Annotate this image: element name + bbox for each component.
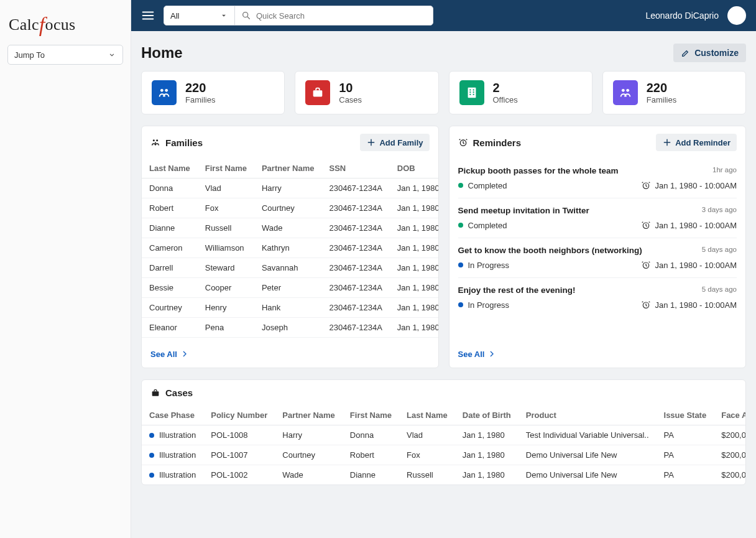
caret-down-icon — [219, 11, 228, 20]
cases-table-header: Case PhasePolicy NumberPartner NameFirst… — [142, 406, 745, 425]
offices-icon — [459, 80, 484, 105]
table-row[interactable]: DonnaVladHarry230467-1234AJan 1, 1980 — [142, 179, 438, 198]
reminder-title: Send meetup invitation in Twitter — [458, 206, 589, 215]
families-icon — [150, 137, 160, 147]
families-title: Families — [150, 137, 203, 148]
alarm-icon — [641, 300, 651, 310]
families-table-header: Last NameFirst NamePartner NameSSNDOB — [142, 159, 438, 179]
chevron-right-icon — [487, 349, 497, 359]
svg-point-15 — [155, 142, 156, 144]
page-header: Home Customize — [141, 44, 746, 62]
table-row[interactable]: BessieCooperPeter230467-1234AJan 1, 1980 — [142, 278, 438, 298]
alarm-icon — [458, 137, 468, 147]
cases-title: Cases — [150, 387, 193, 398]
filter-value: All — [170, 11, 179, 21]
stat-card[interactable]: 220 Families — [141, 71, 285, 114]
cases-table: Case PhasePolicy NumberPartner NameFirst… — [142, 406, 745, 485]
column-header: Last Name — [142, 159, 198, 179]
svg-point-11 — [622, 89, 625, 92]
table-row[interactable]: RobertFoxCourtney230467-1234AJan 1, 1980 — [142, 198, 438, 218]
svg-point-13 — [153, 139, 155, 141]
search-icon — [241, 11, 251, 21]
table-row[interactable]: CourtneyHenryHank230467-1234AJan 1, 1980 — [142, 298, 438, 318]
reminders-title: Reminders — [458, 137, 522, 148]
reminder-title: Enjoy the rest of the evening! — [458, 285, 576, 295]
families-icon — [152, 80, 177, 105]
stat-value: 2 — [493, 81, 518, 95]
alarm-icon — [641, 180, 651, 190]
table-row[interactable]: IllustrationPOL-1002WadeDianneRussellJan… — [142, 465, 745, 485]
families-icon — [613, 80, 638, 105]
column-header: First Name — [198, 159, 254, 179]
column-header: Face Amount — [714, 406, 745, 425]
plus-icon — [366, 137, 376, 147]
add-reminder-button[interactable]: Add Reminder — [656, 134, 737, 151]
reminder-due: Jan 1, 1980 - 10:00AM — [641, 180, 737, 190]
add-family-button[interactable]: Add Family — [360, 134, 429, 151]
column-header: Date of Birth — [455, 406, 519, 425]
reminder-item[interactable]: Send meetup invitation in Twitter 3 days… — [458, 198, 737, 238]
table-row[interactable]: DarrellStewardSavannah230467-1234AJan 1,… — [142, 258, 438, 278]
reminder-title: Get to know the booth neighbors (network… — [458, 246, 642, 255]
reminder-status: In Progress — [458, 300, 509, 310]
reminder-ago: 5 days ago — [702, 246, 737, 253]
page-content: Home Customize 220 Families 10 Cases 2 O… — [131, 31, 756, 538]
svg-rect-3 — [313, 90, 323, 96]
chevron-down-icon — [108, 50, 116, 59]
stat-label: Families — [185, 95, 215, 104]
reminder-status: In Progress — [458, 261, 509, 270]
svg-rect-5 — [469, 90, 471, 91]
stat-label: Offices — [493, 95, 518, 104]
families-table: Last NameFirst NamePartner NameSSNDOB Do… — [142, 159, 438, 343]
table-row[interactable]: IllustrationPOL-1007CourtneyRobertFoxJan… — [142, 445, 745, 465]
table-row[interactable]: TheresaWebbJeremiah230467-1234AJan 1, 19… — [142, 338, 438, 343]
column-header: First Name — [343, 406, 399, 425]
column-header: Policy Number — [203, 406, 275, 425]
brand-part3: ocus — [45, 16, 76, 34]
search-input[interactable] — [256, 11, 426, 21]
table-row[interactable]: EleanorPenaJoseph230467-1234AJan 1, 1980 — [142, 318, 438, 338]
svg-rect-9 — [469, 94, 471, 95]
svg-point-12 — [626, 89, 629, 92]
stat-value: 10 — [339, 81, 362, 95]
svg-point-2 — [165, 89, 168, 92]
brand-logo: Calcfocus — [7, 9, 123, 45]
search-box[interactable] — [234, 6, 433, 26]
main-area: All Leonardo DiCaprio Home Customize — [131, 0, 756, 538]
reminders-see-all[interactable]: See All — [449, 343, 746, 368]
reminder-item[interactable]: Pickup booth passes for the whole team 1… — [458, 159, 737, 198]
stat-cards-row: 220 Families 10 Cases 2 Offices 220 Fami… — [141, 71, 746, 114]
briefcase-icon — [150, 388, 160, 398]
svg-point-14 — [156, 139, 158, 141]
reminder-item[interactable]: Enjoy the rest of the evening! 5 days ag… — [458, 278, 737, 317]
table-row[interactable]: DianneRussellWade230467-1234AJan 1, 1980 — [142, 218, 438, 238]
stat-card[interactable]: 220 Families — [602, 71, 746, 114]
reminder-due: Jan 1, 1980 - 10:00AM — [641, 300, 737, 310]
stat-label: Cases — [339, 95, 362, 104]
jump-to-label: Jump To — [14, 50, 45, 60]
stat-card[interactable]: 10 Cases — [295, 71, 438, 114]
page-title: Home — [141, 44, 183, 62]
stat-label: Families — [647, 95, 676, 104]
table-row[interactable]: CameronWilliamsonKathryn230467-1234AJan … — [142, 238, 438, 258]
customize-button[interactable]: Customize — [673, 44, 746, 62]
sidebar: Calcfocus Jump To — [0, 0, 131, 538]
cases-panel: Cases Case PhasePolicy NumberPartner Nam… — [141, 379, 746, 485]
menu-icon[interactable] — [141, 9, 155, 22]
jump-to-select[interactable]: Jump To — [7, 45, 123, 65]
svg-point-1 — [160, 89, 164, 92]
column-header: Product — [519, 406, 657, 425]
avatar[interactable] — [727, 6, 746, 25]
filter-dropdown[interactable]: All — [164, 6, 235, 26]
reminder-ago: 3 days ago — [702, 206, 737, 213]
search-group: All — [164, 6, 433, 26]
families-see-all[interactable]: See All — [142, 343, 438, 368]
reminder-item[interactable]: Get to know the booth neighbors (network… — [458, 238, 737, 278]
column-header: DOB — [390, 159, 438, 179]
column-header: Case Phase — [142, 406, 203, 425]
stat-card[interactable]: 2 Offices — [449, 71, 592, 114]
reminder-title: Pickup booth passes for the whole team — [458, 166, 619, 175]
username: Leonardo DiCaprio — [645, 11, 719, 21]
reminder-ago: 5 days ago — [702, 285, 737, 293]
table-row[interactable]: IllustrationPOL-1008HarryDonnaVladJan 1,… — [142, 425, 745, 445]
